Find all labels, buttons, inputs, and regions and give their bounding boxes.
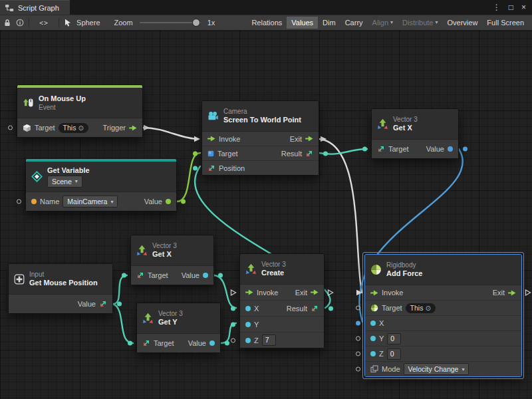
value-port[interactable]	[117, 302, 122, 307]
flow-arrow-icon[interactable]	[245, 289, 253, 295]
exit-port[interactable]	[327, 289, 334, 296]
chip-label: This	[63, 124, 76, 132]
flow-arrow-icon[interactable]	[508, 290, 516, 296]
x-port[interactable]	[231, 306, 235, 311]
graph-owner-label[interactable]: Sphere	[76, 19, 100, 27]
node-kind: Rigidbody	[386, 261, 422, 269]
y-port[interactable]	[356, 336, 360, 341]
port-row: Target Value	[137, 334, 220, 352]
z-value-field[interactable]: 0	[387, 348, 401, 360]
info-icon[interactable]	[16, 19, 24, 27]
port-label: Target	[217, 150, 238, 158]
menu-icon[interactable]: ⋮	[493, 3, 501, 11]
node-get-y[interactable]: Vector 3 Get Y Target Value	[136, 303, 221, 353]
node-get-x-mid[interactable]: Vector 3 Get X Target Value	[130, 235, 214, 285]
value-port[interactable]	[463, 147, 467, 152]
flow-arrow-icon[interactable]	[207, 136, 215, 142]
port-row: Y 0	[365, 331, 521, 346]
wire-exit-to-addforce-invoke[interactable]	[319, 139, 362, 293]
dim-button[interactable]: Dim	[318, 17, 340, 29]
exit-port[interactable]	[525, 289, 531, 296]
node-kind: Vector 3	[152, 242, 177, 249]
graph-canvas[interactable]: On Mouse Up Event Target This ⊙ Trigger	[0, 31, 532, 399]
code-view-icon[interactable]: <>	[39, 19, 49, 27]
node-on-mouse-up[interactable]: On Mouse Up Event Target This ⊙ Trigger	[17, 84, 143, 138]
target-port[interactable]	[356, 306, 360, 311]
node-header: Input Get Mouse Position	[9, 264, 112, 295]
node-title: Get Variable	[47, 166, 90, 175]
relations-button[interactable]: Relations	[247, 17, 287, 29]
carry-button[interactable]: Carry	[340, 17, 368, 29]
maximize-icon[interactable]: □	[509, 3, 513, 11]
variable-scope-dropdown[interactable]: Scene ▾	[47, 176, 82, 188]
vector3-icon	[377, 118, 388, 130]
mouse-up-icon	[23, 97, 34, 108]
wire-mouse-to-getx-target[interactable]	[113, 275, 127, 304]
port-label: Value	[144, 198, 162, 205]
y-port[interactable]	[231, 322, 235, 327]
tab-script-graph[interactable]: Script Graph	[0, 0, 70, 15]
node-screen-to-world-point[interactable]: Camera Screen To World Point Invoke Exit…	[201, 100, 319, 176]
node-kind: Vector 3	[393, 116, 418, 123]
value-port[interactable]	[181, 200, 186, 204]
target-port[interactable]	[128, 341, 132, 346]
node-title: Get Mouse Position	[29, 279, 98, 287]
value-port[interactable]	[225, 341, 229, 346]
target-port[interactable]	[193, 151, 198, 156]
z-port[interactable]	[356, 352, 360, 356]
pointer-icon	[64, 19, 72, 27]
flow-arrow-icon[interactable]	[311, 289, 319, 295]
y-value-field[interactable]: 0	[387, 333, 401, 344]
port-label: Target	[154, 339, 174, 347]
float-port-icon	[245, 322, 251, 327]
flow-arrow-icon[interactable]	[305, 136, 313, 142]
node-get-x-top[interactable]: Vector 3 Get X Target Value	[371, 108, 459, 159]
zoom-slider[interactable]	[140, 22, 201, 23]
this-chip[interactable]: This ⊙	[406, 303, 436, 313]
string-port-icon	[31, 199, 37, 204]
port-label: Value	[182, 271, 200, 279]
close-icon[interactable]: ×	[521, 3, 526, 11]
vector3-icon	[142, 313, 154, 324]
position-port[interactable]	[193, 166, 198, 170]
wire-mouse-to-gety-target[interactable]	[113, 304, 133, 343]
node-title: Get Y	[158, 318, 183, 327]
mode-port[interactable]	[356, 367, 360, 372]
force-mode-dropdown[interactable]: Velocity Change ▾	[404, 363, 469, 375]
port-row: Invoke Exit	[202, 132, 319, 146]
result-port[interactable]	[329, 306, 333, 311]
target-port[interactable]	[362, 147, 367, 152]
port-label: Mode	[382, 365, 400, 373]
target-port[interactable]	[122, 273, 126, 278]
port-label: Exit	[295, 289, 307, 297]
target-port[interactable]	[8, 126, 13, 130]
result-port[interactable]	[323, 151, 328, 156]
flow-arrow-icon[interactable]	[129, 125, 137, 131]
invoke-port[interactable]	[230, 289, 237, 296]
overview-button[interactable]: Overview	[443, 17, 483, 29]
full-screen-button[interactable]: Full Screen	[482, 17, 529, 29]
node-add-force[interactable]: Rigidbody Add Force Invoke Exit Target T…	[364, 254, 522, 377]
x-port[interactable]	[356, 321, 360, 326]
values-button[interactable]: Values	[287, 17, 318, 29]
port-row: Target This ⊙ Trigger	[17, 118, 142, 137]
value-port[interactable]	[218, 273, 223, 278]
zoom-slider-handle[interactable]	[192, 19, 200, 27]
gameobject-icon	[23, 124, 31, 132]
lock-icon[interactable]	[3, 19, 11, 27]
variable-name-dropdown[interactable]: MainCamera ▾	[63, 196, 118, 207]
float-port-icon	[203, 273, 208, 278]
node-get-mouse-position[interactable]: Input Get Mouse Position Value	[8, 263, 113, 314]
z-value-field[interactable]: 7	[262, 334, 276, 346]
this-chip[interactable]: This ⊙	[59, 123, 88, 133]
node-header: Vector 3 Get X	[131, 235, 213, 266]
port-label: Invoke	[382, 289, 403, 297]
z-port[interactable]	[231, 338, 235, 342]
node-create-vector[interactable]: Vector 3 Create Invoke Exit X Result	[239, 253, 325, 348]
node-get-variable[interactable]: Get Variable Scene ▾ Name MainCamera ▾ V…	[25, 158, 177, 211]
wire-variable-to-target[interactable]	[177, 153, 200, 201]
name-port[interactable]	[17, 200, 21, 204]
node-title: Screen To World Point	[223, 116, 301, 124]
flow-arrow-icon[interactable]	[370, 290, 378, 296]
wire-trigger-to-invoke[interactable]	[143, 128, 198, 139]
